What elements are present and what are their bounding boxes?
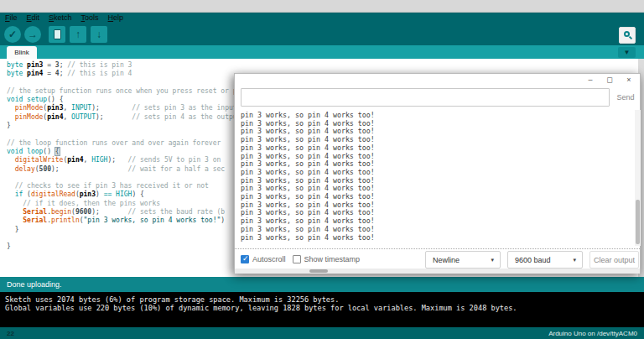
close-icon[interactable]: × [623,75,635,85]
menu-sketch[interactable]: Sketch [49,13,72,22]
send-button[interactable]: Send [613,88,638,107]
menu-tools[interactable]: Tools [81,13,99,22]
menu-file[interactable]: File [5,13,18,22]
menu-bar: FileEditSketchToolsHelp [0,13,644,23]
document-icon [54,29,61,39]
board-port-info: Arduino Uno on /dev/ttyACM0 [548,330,637,337]
arrow-up-icon: ↑ [75,29,80,40]
code-line: byte pin3 = 3; // this is pin 3 [7,61,293,70]
timestamp-label: Show timestamp [304,255,361,263]
maximize-icon[interactable]: ◻ [604,75,615,85]
baud-rate-value: 9600 baud [515,256,551,264]
chevron-down-icon: ▾ [573,257,576,263]
magnifier-icon [623,31,632,40]
cursor-line-number: 22 [7,330,14,337]
serial-monitor-window: – ◻ × Send pin 3 works, so pin 4 works t… [234,73,641,274]
line-ending-value: Newline [433,256,460,264]
upload-button[interactable]: → [24,26,41,43]
serial-output-line: pin 3 works, so pin 4 works too! [241,234,635,243]
status-bar: 22 Arduino Uno on /dev/ttyACM0 [0,327,644,339]
scrollbar-handle[interactable] [309,269,328,273]
upload-status-bar: Done uploading. [0,277,644,292]
window-titlebar[interactable] [0,0,644,13]
tab-blink[interactable]: Blink [7,46,37,59]
tab-strip: Blink ▼ [0,45,644,59]
serial-horizontal-scrollbar[interactable] [235,269,640,274]
minimize-icon[interactable]: – [584,75,596,85]
console-line-2: Global variables use 220 bytes (10%) of … [5,304,517,312]
scrollbar-handle[interactable] [636,200,640,244]
save-button[interactable]: ↓ [91,26,107,43]
serial-vertical-scrollbar[interactable] [635,110,641,246]
serial-input[interactable] [241,88,610,107]
autoscroll-label: Autoscroll [252,255,286,263]
verify-button[interactable]: ✓ [4,26,21,43]
timestamp-checkbox[interactable] [293,255,301,263]
upload-status-text: Done uploading. [7,280,62,289]
tab-menu-button[interactable]: ▼ [618,47,636,58]
chevron-down-icon: ▾ [491,257,494,263]
new-sketch-button[interactable] [49,26,65,43]
menu-edit[interactable]: Edit [27,13,40,22]
chevron-down-icon: ▼ [624,49,631,56]
console-line-1: Sketch uses 2074 bytes (6%) of program s… [5,295,339,304]
window-controls: – ◻ × [584,75,635,85]
check-icon: ✓ [8,29,17,40]
open-button[interactable]: ↑ [70,26,86,43]
clear-output-button[interactable]: Clear output [589,251,639,269]
serial-options-bar: Autoscroll Show timestamp Newline ▾ 9600… [235,248,640,269]
serial-output: pin 3 works, so pin 4 works too!pin 3 wo… [235,110,635,246]
menu-help[interactable]: Help [108,13,124,22]
arrow-down-icon: ↓ [96,29,101,40]
baud-rate-select[interactable]: 9600 baud ▾ [507,251,583,269]
serial-monitor-button[interactable] [619,27,636,44]
arduino-ide-window: FileEditSketchToolsHelp ✓ → ↑ ↓ Blink ▼ … [0,0,644,339]
toolbar: ✓ → ↑ ↓ [0,23,644,45]
autoscroll-checkbox[interactable] [241,255,249,263]
arrow-right-icon: → [28,29,38,40]
line-ending-select[interactable]: Newline ▾ [425,251,501,269]
build-console: Sketch uses 2074 bytes (6%) of program s… [0,292,644,327]
